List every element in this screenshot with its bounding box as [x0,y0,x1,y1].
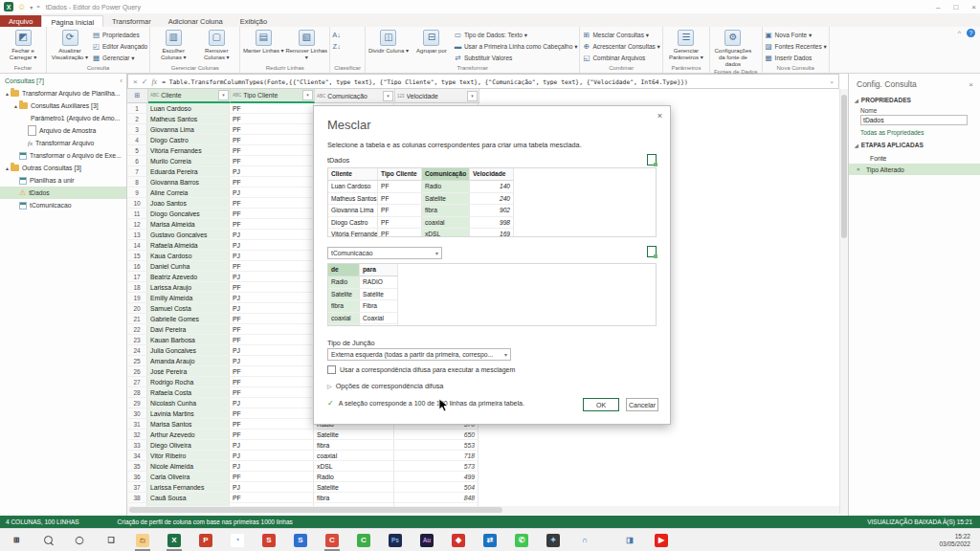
collapse-icon[interactable]: ▲ [4,165,11,171]
taskbar-icon-camtasia[interactable]: C [357,534,370,547]
grid-cell[interactable]: Carla Oliveira [147,472,230,482]
grid-cell[interactable]: Matheus Santos [147,114,230,124]
grid-cell[interactable]: PF [230,219,314,230]
grid-cell[interactable]: Arthur Azevedo [147,430,230,440]
taskbar-icon-audition[interactable]: Au [420,534,434,547]
grid-cell[interactable]: PJ [230,345,314,356]
ribbon-button-agrupar-por[interactable]: ⊟Agrupar por [411,28,453,55]
column-header-velocidade[interactable]: Velocidade [470,168,514,181]
grid-cell[interactable]: Rodrigo Rocha [147,377,230,387]
grid-cell[interactable]: Rafaela Almeida [147,240,230,251]
applied-steps-section-header[interactable]: ◢ ETAPAS APLICADAS [849,138,980,150]
taskbar-icon-whatsapp[interactable]: ✆ [515,534,528,547]
row-number[interactable]: 1 [127,103,147,114]
ribbon-button-remover-linhas[interactable]: ▧Remover Linhas ▾ [285,28,327,61]
grid-cell[interactable]: Kaua Cardoso [147,251,230,261]
fuzzy-options-expander[interactable]: ▷ Opções de correspondência difusa [327,382,443,390]
grid-cell[interactable]: PF [230,198,314,209]
ribbon-button-fechar-e-carregar[interactable]: ◩Fechar e Carregar ▾ [2,28,44,61]
row-number[interactable]: 28 [127,387,147,398]
formula-expand-icon[interactable]: ⌄ [825,77,838,85]
grid-cell[interactable]: PF [230,419,314,430]
taskbar-icon-sharex[interactable]: ✦ [546,534,560,547]
grid-cell[interactable]: PF [230,282,314,293]
filter-icon[interactable]: ▾ [302,90,313,100]
taskbar-icon-teamviewer[interactable]: ⇄ [483,534,497,547]
grid-cell[interactable]: fibra [314,493,394,503]
tab-transformar[interactable]: Transformar [103,15,160,27]
row-number[interactable]: 32 [127,430,147,440]
row-number[interactable]: 24 [127,345,147,356]
grid-cell[interactable]: PJ [230,440,314,451]
collapse-icon[interactable]: ▲ [4,91,11,97]
sidebar-item-transformar-arquivo[interactable]: fxTransformar Arquivo [0,137,126,149]
taskbar-icon-task-view[interactable]: ❑ [104,534,118,547]
grid-cell[interactable]: 848 [394,493,479,503]
grid-cell[interactable]: Gustavo Goncalves [147,230,230,240]
horizontal-scrollbar[interactable] [127,506,839,514]
ribbon-button-tipo-de-dados-texto[interactable]: ▭Tipo de Dados: Texto ▾ [454,30,578,40]
grid-cell[interactable]: PF [230,472,314,482]
ribbon-button-sort-asc[interactable]: A↓ [332,30,341,40]
all-properties-link[interactable]: Todas as Propriedades [849,125,980,138]
grid-cell[interactable]: Amanda Araujo [147,356,230,366]
ribbon-button-inserir-dados[interactable]: ▦Inserir Dados [765,53,827,63]
grid-cell[interactable]: PF [230,124,314,135]
taskbar-icon-excel[interactable]: X [167,534,181,547]
delete-step-icon[interactable]: × [857,166,866,172]
grid-cell[interactable]: José Pereira [147,366,230,377]
smiley-caret-icon[interactable]: ▾ [30,4,33,11]
row-number[interactable]: 22 [127,324,147,335]
row-number[interactable]: 30 [127,408,147,419]
grid-cell[interactable]: PJ [230,187,314,198]
grid-cell[interactable]: Murilo Correia [147,156,230,166]
grid-cell[interactable]: PJ [230,482,314,493]
row-number[interactable]: 36 [127,472,147,482]
grid-cell[interactable]: PF [230,261,314,272]
grid-cell[interactable]: 499 [394,472,479,482]
grid-cell[interactable]: Eduarda Pereira [147,166,230,177]
grid-cell[interactable]: PF [230,493,314,503]
sidebar-item-parametro1-arquivo-de-amo[interactable]: Parâmetro1 (Arquivo de Amo... [0,112,126,124]
grid-cell[interactable]: PF [230,135,314,145]
taskbar-icon-app-s-blue[interactable]: S [294,534,307,547]
ribbon-button-usar-a-primeira-linha-como-cabecalho[interactable]: ▬Usar a Primeira Linha como Cabeçalho ▾ [454,41,578,52]
row-number[interactable]: 27 [127,377,147,387]
taskbar-icon-youtube[interactable]: ▶ [655,534,668,547]
ribbon-button-gerenciar-parametros[interactable]: ☰Gerenciar Parâmetros ▾ [665,28,707,61]
row-number[interactable]: 31 [127,419,147,430]
grid-cell[interactable]: Satelite [314,482,394,493]
close-pane-icon[interactable]: × [969,80,973,89]
ribbon-button-gerenciar[interactable]: ▦Gerenciar ▾ [92,53,147,63]
grid-cell[interactable]: PJ [230,451,314,461]
applied-step-fonte[interactable]: Fonte [849,152,980,164]
sidebar-item-tcomunicacao[interactable]: tComunicacao [0,199,126,211]
grid-cell[interactable]: PJ [230,303,314,314]
formula-check-icon[interactable]: ✓ [142,77,148,86]
taskbar-icon-app-s-red[interactable]: S [262,534,276,547]
ribbon-button-combinar-arquivos[interactable]: ◱Combinar Arquivos [582,53,659,63]
grid-cell[interactable]: PF [230,335,314,345]
row-number[interactable]: 19 [127,293,147,303]
grid-cell[interactable]: Nicole Almeida [147,461,230,472]
grid-cell[interactable]: PF [230,387,314,398]
grid-cell[interactable]: Marisa Santos [147,419,230,430]
join-kind-select[interactable]: Externa esquerda (todas a partir da prim… [327,348,511,361]
row-number[interactable]: 25 [127,356,147,366]
ribbon-button-propriedades[interactable]: ▤Propriedades [92,30,147,40]
grid-cell[interactable]: PF [230,103,314,114]
query-name-input[interactable] [860,115,968,125]
grid-cell[interactable]: Giovanna Lima [147,124,230,135]
grid-cell[interactable]: Diogo Goncalves [147,209,230,219]
applied-step-tipo-alterado[interactable]: ×Tipo Alterado [849,164,980,175]
grid-cell[interactable]: PJ [230,293,314,303]
grid-cell[interactable]: fibra [314,440,394,451]
select-all-table-icon[interactable]: ⊞ [127,89,148,103]
taskbar-icon-file-explorer[interactable]: 🗀 [136,534,149,547]
grid-cell[interactable]: PF [230,114,314,124]
grid-cell[interactable]: PF [230,156,314,166]
grid-cell[interactable]: Nicolash Cunha [147,398,230,408]
ribbon-button-mesclar-consultas[interactable]: ⊞Mesclar Consultas ▾ [582,30,659,40]
filter-icon[interactable]: ▾ [218,90,229,100]
collapse-ribbon-icon[interactable]: ^ [958,30,961,36]
